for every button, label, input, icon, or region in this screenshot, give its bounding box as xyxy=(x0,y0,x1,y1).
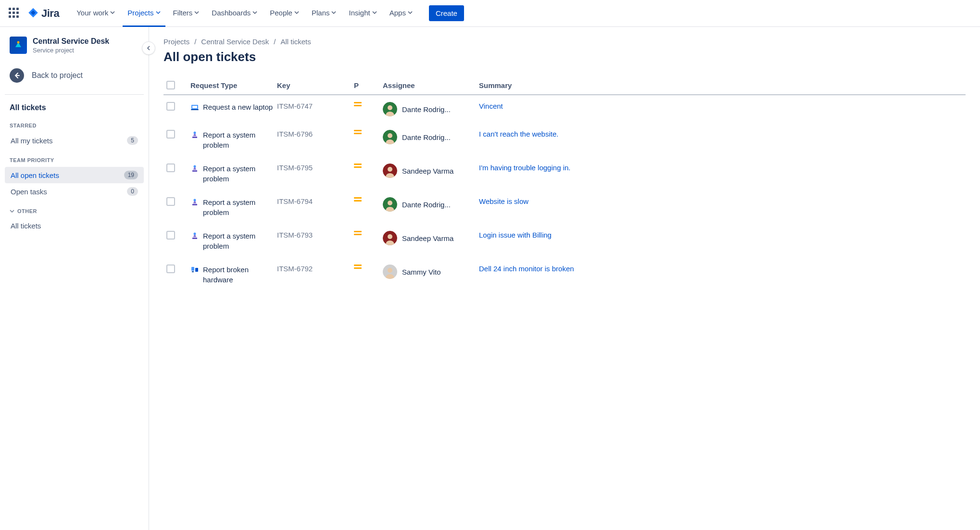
col-assignee[interactable]: Assignee xyxy=(383,81,479,89)
back-arrow-icon xyxy=(10,68,24,83)
count-badge: 19 xyxy=(124,171,138,179)
sidebar-item-label: All open tickets xyxy=(11,171,59,179)
avatar xyxy=(383,130,397,144)
system-icon xyxy=(190,232,199,240)
jira-logo[interactable]: Jira xyxy=(27,7,59,20)
chevron-down-icon xyxy=(408,10,413,15)
breadcrumb-separator: / xyxy=(274,38,276,46)
select-all-checkbox[interactable] xyxy=(166,81,175,89)
svg-point-8 xyxy=(388,201,392,205)
table-row: Report a system problemITSM-6795Sandeep … xyxy=(163,157,966,190)
nav-plans[interactable]: Plans xyxy=(307,0,341,27)
row-checkbox[interactable] xyxy=(166,231,175,240)
summary-link[interactable]: I can't reach the website. xyxy=(479,130,558,138)
breadcrumb-projects[interactable]: Projects xyxy=(163,38,189,46)
summary-link[interactable]: Vincent xyxy=(479,102,503,110)
ticket-key[interactable]: ITSM-6794 xyxy=(277,197,354,205)
top-navigation: Jira Your work Projects Filters Dashboar… xyxy=(0,0,980,27)
row-checkbox[interactable] xyxy=(166,130,175,139)
collapse-sidebar-button[interactable] xyxy=(142,41,155,55)
priority-medium-icon xyxy=(354,265,362,269)
back-to-project-link[interactable]: Back to project xyxy=(5,63,144,88)
row-checkbox[interactable] xyxy=(166,265,175,273)
row-checkbox[interactable] xyxy=(166,197,175,206)
assignee-cell[interactable]: Sammy Vito xyxy=(383,265,479,279)
system-icon xyxy=(190,131,199,139)
breadcrumbs: Projects / Central Service Desk / All ti… xyxy=(163,38,966,46)
breadcrumb-separator: / xyxy=(194,38,196,46)
avatar xyxy=(383,197,397,212)
svg-point-0 xyxy=(17,41,20,44)
app-switcher-icon[interactable] xyxy=(9,8,20,19)
ticket-key[interactable]: ITSM-6796 xyxy=(277,130,354,138)
nav-dashboards[interactable]: Dashboards xyxy=(207,0,262,27)
chevron-down-icon xyxy=(331,10,336,15)
breadcrumb-current[interactable]: All tickets xyxy=(280,38,311,46)
priority-medium-icon xyxy=(354,130,362,134)
assignee-name: Dante Rodrig... xyxy=(402,105,451,114)
summary-link[interactable]: Website is slow xyxy=(479,197,528,205)
request-type-cell: Report a system problem xyxy=(190,231,277,251)
request-type-label: Report a system problem xyxy=(203,130,277,150)
row-checkbox[interactable] xyxy=(166,164,175,172)
request-type-label: Report a system problem xyxy=(203,231,277,251)
assignee-cell[interactable]: Dante Rodrig... xyxy=(383,130,479,144)
chevron-down-icon xyxy=(194,10,199,15)
tickets-table: Request Type Key P Assignee Summary Requ… xyxy=(163,76,966,291)
table-row: Report broken hardwareITSM-6792Sammy Vit… xyxy=(163,258,966,291)
nav-projects[interactable]: Projects xyxy=(123,0,165,27)
system-icon xyxy=(190,164,199,173)
assignee-cell[interactable]: Sandeep Varma xyxy=(383,231,479,245)
nav-people[interactable]: People xyxy=(265,0,304,27)
back-label: Back to project xyxy=(32,71,83,80)
table-row: Request a new laptopITSM-6747Dante Rodri… xyxy=(163,95,966,123)
assignee-cell[interactable]: Dante Rodrig... xyxy=(383,197,479,212)
project-header: Central Service Desk Service project xyxy=(5,37,144,63)
assignee-cell[interactable]: Sandeep Varma xyxy=(383,164,479,178)
create-button[interactable]: Create xyxy=(429,5,464,21)
group-other-toggle[interactable]: OTHER xyxy=(5,200,144,218)
chevron-left-icon xyxy=(146,46,151,50)
sidebar-item-all-tickets[interactable]: All tickets xyxy=(5,218,144,234)
summary-link[interactable]: Login issue with Billing xyxy=(479,231,552,239)
svg-point-10 xyxy=(388,234,392,239)
summary-link[interactable]: I'm having trouble logging in. xyxy=(479,164,570,172)
ticket-key[interactable]: ITSM-6747 xyxy=(277,102,354,110)
nav-insight[interactable]: Insight xyxy=(344,0,381,27)
assignee-cell[interactable]: Dante Rodrig... xyxy=(383,102,479,116)
table-header-row: Request Type Key P Assignee Summary xyxy=(163,76,966,95)
summary-link[interactable]: Dell 24 inch monitor is broken xyxy=(479,265,574,273)
col-priority[interactable]: P xyxy=(354,81,383,89)
ticket-key[interactable]: ITSM-6792 xyxy=(277,265,354,273)
priority-medium-icon xyxy=(354,102,362,106)
jira-wordmark: Jira xyxy=(41,7,59,20)
sidebar-item-all-open-tickets[interactable]: All open tickets 19 xyxy=(5,167,144,183)
nav-apps[interactable]: Apps xyxy=(385,0,417,27)
avatar xyxy=(383,164,397,178)
divider xyxy=(5,94,144,95)
priority-medium-icon xyxy=(354,164,362,168)
assignee-name: Sammy Vito xyxy=(402,268,441,276)
chevron-down-icon xyxy=(156,10,161,15)
col-request-type[interactable]: Request Type xyxy=(190,81,277,89)
assignee-name: Sandeep Varma xyxy=(402,234,453,242)
col-key[interactable]: Key xyxy=(277,81,354,89)
hardware-icon xyxy=(190,265,199,274)
laptop-icon xyxy=(190,103,199,112)
avatar xyxy=(383,231,397,245)
sidebar-item-open-tasks[interactable]: Open tasks 0 xyxy=(5,183,144,200)
ticket-key[interactable]: ITSM-6795 xyxy=(277,164,354,172)
nav-your-work[interactable]: Your work xyxy=(72,0,120,27)
breadcrumb-project-name[interactable]: Central Service Desk xyxy=(201,38,269,46)
nav-filters[interactable]: Filters xyxy=(168,0,204,27)
group-starred-label: STARRED xyxy=(5,114,144,132)
assignee-name: Dante Rodrig... xyxy=(402,201,451,209)
svg-point-12 xyxy=(388,268,392,273)
chevron-down-icon xyxy=(294,10,299,15)
col-summary[interactable]: Summary xyxy=(479,81,963,89)
row-checkbox[interactable] xyxy=(166,102,175,111)
sidebar-item-all-my-tickets[interactable]: All my tickets 5 xyxy=(5,132,144,149)
project-icon xyxy=(10,37,27,54)
sidebar-heading: All tickets xyxy=(5,101,144,114)
ticket-key[interactable]: ITSM-6793 xyxy=(277,231,354,239)
